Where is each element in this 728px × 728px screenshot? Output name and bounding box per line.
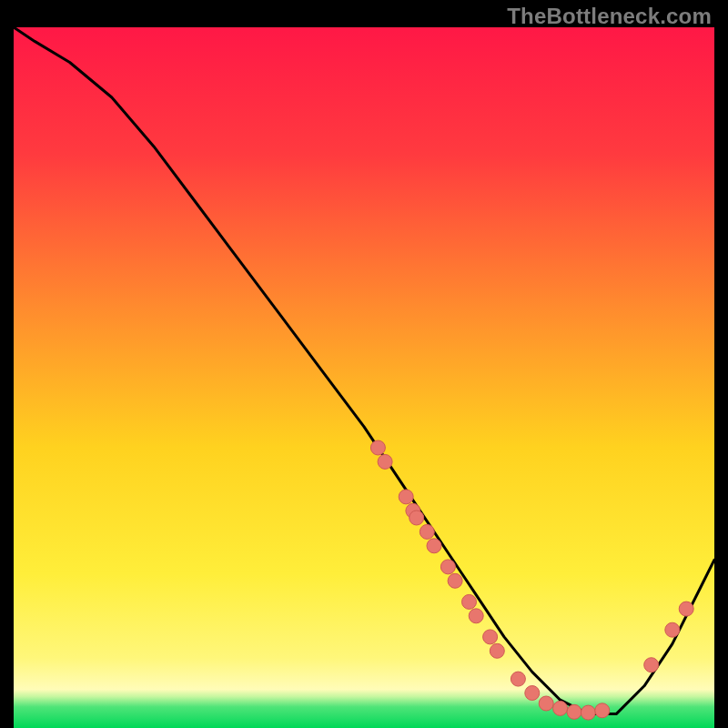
data-point — [567, 704, 581, 719]
watermark-text: TheBottleneck.com — [507, 4, 712, 29]
data-point — [483, 630, 498, 644]
data-point — [410, 511, 424, 525]
data-point — [553, 701, 568, 715]
data-point — [370, 440, 385, 455]
chart-frame — [14, 27, 714, 728]
data-point — [525, 686, 540, 701]
data-point — [448, 573, 462, 588]
data-point — [679, 602, 693, 616]
data-point — [399, 490, 413, 504]
data-point — [581, 705, 595, 720]
data-point — [469, 609, 483, 623]
data-point — [511, 672, 525, 686]
data-point — [420, 524, 434, 539]
data-point — [462, 594, 477, 609]
data-point — [665, 622, 680, 637]
data-point — [595, 703, 610, 718]
gradient-background — [14, 27, 714, 728]
data-point — [539, 696, 553, 711]
data-point — [427, 539, 441, 553]
data-point — [440, 560, 455, 574]
data-point — [490, 643, 504, 658]
bottleneck-chart — [14, 27, 714, 728]
data-point — [644, 658, 659, 672]
data-point — [378, 454, 392, 469]
